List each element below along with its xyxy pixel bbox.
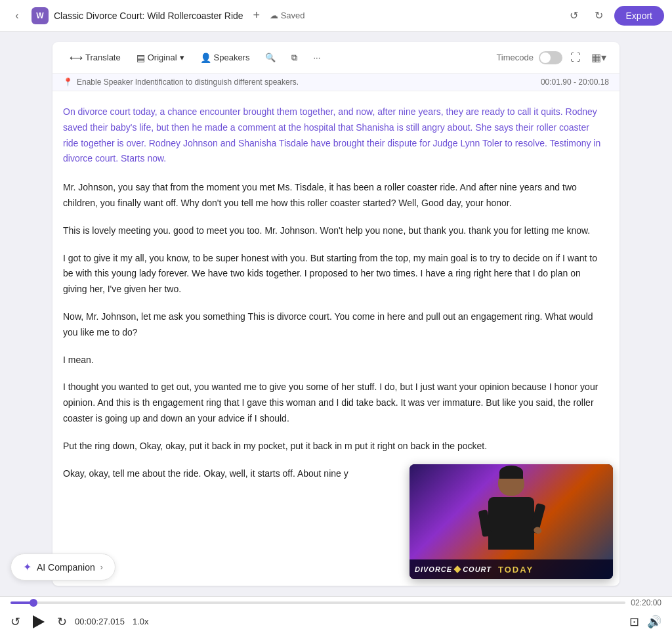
editor-toolbar: ⟷ Translate ▤ Original ▾ 👤 Speakers 🔍 ⧉ … bbox=[52, 42, 620, 74]
current-time: 00:00:27.015 bbox=[75, 617, 125, 626]
judge-head bbox=[498, 469, 524, 496]
add-tab-button[interactable]: + bbox=[249, 8, 264, 24]
judge-hair bbox=[499, 466, 523, 479]
search-icon: 🔍 bbox=[265, 53, 276, 62]
video-lower-bar: Divorce Court TODAY bbox=[410, 559, 613, 579]
speakers-button[interactable]: 👤 Speakers bbox=[194, 49, 257, 66]
speakers-label: Speakers bbox=[214, 53, 250, 62]
volume-button[interactable]: 🔊 bbox=[647, 615, 662, 629]
transcript-paragraph-2: I got to give it my all, you know, to be… bbox=[63, 251, 604, 297]
bottom-player-bar: 02:20:00 ↺ ↻ 00:00:27.015 1.0x ⊡ 🔊 bbox=[0, 596, 672, 633]
more-button[interactable]: ··· bbox=[306, 49, 327, 66]
saved-label: Saved bbox=[281, 11, 305, 20]
original-label: Original bbox=[148, 53, 177, 62]
original-button[interactable]: ▤ Original ▾ bbox=[130, 49, 191, 66]
fullscreen-button[interactable]: ⛶ bbox=[568, 49, 583, 66]
copy-button[interactable]: ⧉ bbox=[285, 49, 304, 66]
judge-figure bbox=[472, 469, 551, 555]
rewind-button[interactable]: ↺ bbox=[10, 615, 20, 629]
total-time: 02:20:00 bbox=[631, 598, 662, 607]
today-text: TODAY bbox=[498, 565, 534, 575]
export-button[interactable]: Export bbox=[614, 6, 664, 26]
top-bar: ‹ W Classic Divorce Court: Wild Rollerco… bbox=[0, 0, 672, 32]
original-icon: ▤ bbox=[136, 53, 145, 63]
app-logo: W bbox=[32, 7, 49, 24]
transcript-intro: On divorce court today, a chance encount… bbox=[63, 104, 604, 167]
timecode-label: Timecode bbox=[496, 53, 534, 62]
video-scene bbox=[410, 464, 613, 559]
translate-button[interactable]: ⟷ Translate bbox=[63, 49, 127, 66]
ai-companion-label: AI Companion bbox=[37, 562, 95, 573]
ai-icon: ✦ bbox=[23, 561, 32, 573]
progress-row: 02:20:00 bbox=[10, 598, 662, 607]
progress-track[interactable] bbox=[10, 601, 625, 604]
speed-button[interactable]: 1.0x bbox=[133, 617, 149, 626]
undo-button[interactable]: ↺ bbox=[564, 6, 584, 26]
top-bar-left: ‹ W Classic Divorce Court: Wild Rollerco… bbox=[8, 7, 559, 25]
judge-hand bbox=[533, 526, 542, 535]
subtitles-icon: ⊡ bbox=[629, 615, 639, 629]
layout-button[interactable]: ▦▾ bbox=[589, 49, 609, 66]
translate-label: Translate bbox=[85, 53, 121, 62]
search-button[interactable]: 🔍 bbox=[259, 49, 282, 66]
transcript-paragraph-0: Mr. Johnson, you say that from the momen… bbox=[63, 180, 604, 211]
original-dropdown-icon: ▾ bbox=[180, 53, 184, 62]
subtitles-button[interactable]: ⊡ bbox=[629, 615, 639, 629]
progress-thumb bbox=[30, 599, 37, 607]
timecode-toggle[interactable] bbox=[539, 51, 562, 64]
divorce-court-logo: Divorce Court bbox=[415, 565, 492, 573]
speakers-icon: 👤 bbox=[200, 53, 211, 63]
forward-icon: ↻ bbox=[57, 615, 67, 629]
translate-icon: ⟷ bbox=[70, 53, 83, 63]
transcript-container[interactable]: On divorce court today, a chance encount… bbox=[52, 91, 620, 586]
play-button[interactable] bbox=[28, 611, 49, 632]
video-overlay: Divorce Court TODAY bbox=[410, 464, 613, 579]
saved-icon: ☁ bbox=[270, 11, 278, 20]
speaker-banner-message: Enable Speaker Indentification to distin… bbox=[77, 77, 299, 87]
timecode-range: 00:01.90 - 20:00.18 bbox=[541, 77, 609, 87]
toolbar-right: Timecode ⛶ ▦▾ bbox=[496, 49, 609, 66]
speaker-banner-text: 📍 Enable Speaker Indentification to dist… bbox=[63, 77, 299, 87]
document-title: Classic Divorce Court: Wild Rollercoaste… bbox=[54, 11, 243, 21]
transcript-paragraph-3: Now, Mr. Johnson, let me ask you somethi… bbox=[63, 309, 604, 341]
court-text: Court bbox=[463, 565, 492, 573]
transcript-paragraph-1: This is lovely meeting you. good to meet… bbox=[63, 223, 604, 239]
ai-companion-panel[interactable]: ✦ AI Companion › bbox=[10, 554, 116, 580]
speaker-banner: 📍 Enable Speaker Indentification to dist… bbox=[52, 74, 620, 91]
transcript-paragraph-5: I thought you wanted to get out, you wan… bbox=[63, 380, 604, 426]
saved-status: ☁ Saved bbox=[270, 11, 305, 20]
transcript-paragraph-4: I mean. bbox=[63, 353, 604, 368]
volume-icon: 🔊 bbox=[647, 615, 662, 629]
play-icon bbox=[33, 615, 45, 628]
controls-row: ↺ ↻ 00:00:27.015 1.0x ⊡ 🔊 bbox=[10, 611, 662, 632]
controls-right: ⊡ 🔊 bbox=[629, 615, 662, 629]
editor-panel: ⟷ Translate ▤ Original ▾ 👤 Speakers 🔍 ⧉ … bbox=[52, 42, 620, 586]
main-content: ⟷ Translate ▤ Original ▾ 👤 Speakers 🔍 ⧉ … bbox=[0, 32, 672, 596]
back-button[interactable]: ‹ bbox=[8, 7, 26, 25]
pin-icon: 📍 bbox=[63, 77, 73, 87]
rewind-icon: ↺ bbox=[10, 615, 20, 629]
dc-diamond bbox=[453, 565, 461, 573]
divorce-text: Divorce bbox=[415, 565, 452, 573]
video-inner: Divorce Court TODAY bbox=[410, 464, 613, 579]
copy-icon: ⧉ bbox=[291, 53, 297, 63]
judge-body bbox=[488, 497, 534, 550]
transcript-paragraph-6: Put the ring down, Okay, okay, put it ba… bbox=[63, 439, 604, 454]
judge-arm-left bbox=[478, 510, 492, 537]
more-icon: ··· bbox=[313, 53, 320, 62]
forward-button[interactable]: ↻ bbox=[57, 615, 67, 629]
redo-button[interactable]: ↻ bbox=[589, 6, 609, 26]
judge-arm-right bbox=[529, 502, 545, 533]
top-bar-right: ↺ ↻ Export bbox=[564, 6, 664, 26]
ai-chevron-icon: › bbox=[100, 563, 103, 572]
